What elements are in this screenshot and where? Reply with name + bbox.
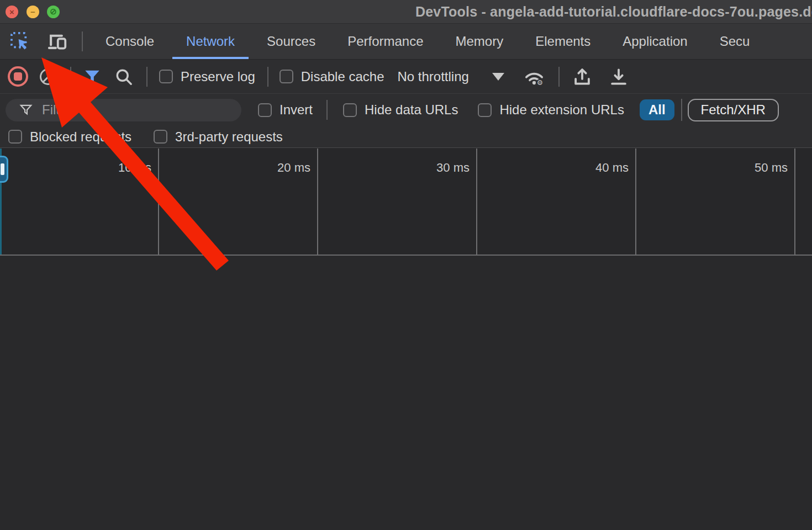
import-har-button[interactable] (572, 66, 593, 87)
network-toolbar: Preserve log Disable cache No throttling… (0, 60, 812, 94)
record-network-log-button[interactable] (8, 66, 28, 87)
request-type-all-button[interactable]: All (640, 99, 674, 120)
divider (82, 31, 83, 51)
third-party-requests-label: 3rd-party requests (175, 129, 283, 145)
tab-network[interactable]: Network (170, 24, 251, 59)
divider (70, 67, 71, 87)
inspect-element-button[interactable] (9, 30, 31, 52)
timeline-tick: 50 ms (636, 149, 795, 255)
export-har-button[interactable] (608, 66, 629, 87)
invert-checkbox[interactable] (258, 103, 272, 117)
request-filter-row: Blocked requests 3rd-party requests (0, 126, 812, 148)
tab-security[interactable]: Secu (704, 24, 766, 59)
blocked-requests-checkbox[interactable] (8, 130, 22, 144)
divider (267, 67, 268, 87)
disable-cache-label: Disable cache (301, 69, 384, 84)
devtools-tabbar: Console Network Sources Performance Memo… (0, 23, 812, 60)
hide-extension-urls-checkbox[interactable] (478, 103, 492, 117)
filter-input-pill[interactable] (6, 99, 241, 121)
timeline-tick: 10 ms (0, 149, 159, 255)
invert-label: Invert (280, 102, 313, 118)
tab-elements[interactable]: Elements (519, 24, 607, 59)
clear-network-log-button[interactable] (40, 68, 56, 85)
magnifier-icon (114, 67, 134, 87)
timeline-tick: 20 ms (159, 149, 318, 255)
filter-input[interactable] (42, 102, 224, 118)
window-minimize-button[interactable]: − (27, 6, 39, 18)
network-conditions-button[interactable]: ⚙ (523, 66, 545, 88)
disable-cache-checkbox[interactable] (280, 70, 293, 83)
search-button[interactable] (114, 67, 134, 87)
blocked-requests-label: Blocked requests (30, 129, 131, 145)
third-party-requests-checkbox[interactable] (154, 130, 167, 144)
funnel-icon (19, 103, 33, 117)
preserve-log-checkbox[interactable] (159, 70, 173, 83)
network-filter-row: Invert Hide data URLs Hide extension URL… (0, 94, 812, 126)
timeline-scroll-handle[interactable] (0, 156, 8, 183)
upload-icon (572, 66, 593, 87)
record-stop-icon (14, 72, 22, 81)
device-toolbar-button[interactable] (46, 30, 68, 52)
download-icon (608, 66, 629, 87)
hide-data-urls-checkbox[interactable] (343, 103, 357, 117)
funnel-icon (83, 67, 102, 86)
throttling-value: No throttling (397, 69, 468, 84)
request-type-fetch-xhr-button[interactable]: Fetch/XHR (688, 99, 779, 121)
hide-data-urls-label: Hide data URLs (365, 102, 458, 118)
timeline-tick: 30 ms (318, 149, 477, 255)
divider (558, 67, 560, 87)
window-zoom-button[interactable]: ⊘ (47, 6, 60, 18)
throttling-select[interactable]: No throttling (397, 69, 504, 84)
divider (146, 67, 147, 87)
tab-performance[interactable]: Performance (331, 24, 439, 59)
divider (326, 100, 328, 120)
timeline-tick: 40 ms (477, 149, 636, 255)
filter-toggle-button[interactable] (83, 67, 102, 86)
requests-empty-pane: Recordi Perform a request (0, 257, 812, 530)
tab-memory[interactable]: Memory (440, 24, 520, 59)
tab-console[interactable]: Console (89, 24, 170, 59)
inspect-cursor-icon (9, 31, 30, 52)
wifi-gear-icon: ⚙ (523, 66, 545, 88)
network-overview-timeline[interactable]: 10 ms 20 ms 30 ms 40 ms 50 ms (0, 149, 812, 256)
window-titlebar: × − ⊘ DevTools - angela-add-tutorial.clo… (0, 0, 812, 23)
svg-text:⚙: ⚙ (537, 78, 543, 87)
hide-extension-urls-label: Hide extension URLs (499, 102, 624, 118)
window-title: DevTools - angela-add-tutorial.cloudflar… (415, 4, 812, 20)
tab-application[interactable]: Application (607, 24, 703, 59)
tab-sources[interactable]: Sources (251, 24, 331, 59)
chevron-down-icon (492, 73, 504, 81)
preserve-log-label: Preserve log (181, 69, 255, 84)
window-close-button[interactable]: × (6, 6, 18, 18)
divider (681, 99, 682, 121)
panel-tabs: Console Network Sources Performance Memo… (89, 24, 766, 59)
device-toolbar-icon (47, 31, 68, 52)
